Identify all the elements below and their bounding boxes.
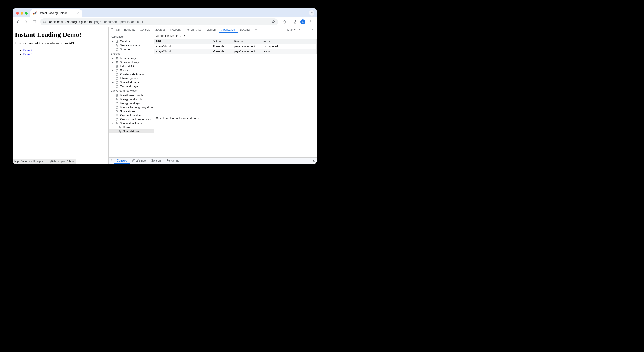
svg-point-23 [117, 70, 117, 70]
back-button[interactable] [14, 18, 22, 25]
drawer-tab-console[interactable]: Console [114, 158, 130, 164]
labs-button[interactable] [292, 18, 299, 25]
extensions-button[interactable] [281, 18, 288, 25]
bookmark-star-button[interactable] [271, 20, 275, 24]
sidebar-item-back-forward-cache[interactable]: ▶Back/forward cache [108, 93, 154, 97]
devtools-tab-sources[interactable]: Sources [153, 27, 168, 33]
devtools-tab-security[interactable]: Security [238, 27, 252, 33]
sidebar-item-speculations[interactable]: Speculations [108, 129, 154, 133]
drawer-menu-button[interactable] [108, 158, 114, 164]
drawer-tab-rendering[interactable]: Rendering [164, 158, 182, 164]
drawer-tab-sensors[interactable]: Sensors [149, 158, 164, 164]
devtools-tab-application[interactable]: Application [219, 27, 237, 33]
clock-icon [115, 118, 118, 121]
svg-point-14 [306, 30, 306, 31]
close-window-button[interactable] [16, 12, 19, 15]
sidebar-item-label: Service workers [120, 44, 140, 47]
speculations-table-wrap: URL Action Rule set Status /page3.htmlPr… [154, 39, 317, 157]
devtools-more-tabs-button[interactable] [252, 27, 258, 33]
disclosure-triangle-icon: ▶ [112, 57, 114, 59]
devtools-close-button[interactable] [310, 28, 315, 31]
speculations-filter-select[interactable]: All speculative loa… ▾ [156, 34, 185, 37]
card-icon [115, 114, 118, 117]
sidebar-item-periodic-background-sync[interactable]: ▶Periodic background sync [108, 117, 154, 121]
grid-icon [115, 57, 118, 60]
site-info-button[interactable] [43, 20, 47, 23]
sidebar-item-cookies[interactable]: ▶Cookies [108, 68, 154, 72]
sidebar-item-label: Manifest [120, 40, 130, 43]
sidebar-item-label: Notifications [120, 110, 135, 113]
sidebar-item-session-storage[interactable]: ▶Session storage [108, 60, 154, 64]
page-link-3[interactable]: Page 3 [23, 52, 32, 56]
profile-button[interactable]: B [299, 18, 306, 25]
maximize-window-button[interactable] [25, 12, 28, 15]
sidebar-item-label: Local storage [120, 57, 137, 60]
sidebar-item-label: Speculations [123, 130, 139, 133]
tab-close-button[interactable]: ✕ [76, 11, 79, 15]
svg-point-29 [116, 94, 118, 95]
content-area: Instant Loading Demo! This is a demo of … [12, 27, 317, 164]
sidebar-item-label: Cache storage [120, 85, 138, 88]
sidebar-item-label: Shared storage [120, 81, 139, 84]
new-tab-button[interactable]: + [83, 10, 89, 16]
bell-icon [115, 110, 118, 113]
device-toolbar-button[interactable] [115, 27, 121, 33]
db-icon [115, 77, 118, 80]
sidebar-item-manifest[interactable]: ▶Manifest [108, 39, 154, 43]
tab-overflow-button[interactable] [309, 10, 314, 16]
devtools-target-label[interactable]: Main ▾ [286, 28, 296, 31]
db-icon [115, 73, 118, 76]
column-header-url[interactable]: URL [154, 39, 211, 44]
db-icon [115, 94, 118, 97]
sidebar-item-shared-storage[interactable]: ▶Shared storage [108, 80, 154, 84]
table-row[interactable]: /page2.htmlPrerenderpage1-document-…Read… [154, 49, 317, 54]
column-header-action[interactable]: Action [211, 39, 232, 44]
devtools-settings-button[interactable] [297, 28, 303, 32]
sidebar-item-notifications[interactable]: ▶Notifications [108, 109, 154, 113]
sidebar-item-payment-handler[interactable]: ▶Payment handler [108, 113, 154, 117]
sidebar-item-cache-storage[interactable]: ▶Cache storage [108, 84, 154, 88]
reload-button[interactable] [30, 18, 38, 25]
devtools-tab-performance[interactable]: Performance [183, 27, 204, 33]
tab-favicon: 🚀 [33, 11, 37, 15]
address-bar[interactable]: open-chalk-asparagus.glitch.me/page1-doc… [40, 18, 278, 25]
devtools-tab-elements[interactable]: Elements [121, 27, 138, 33]
devtools-menu-button[interactable] [303, 28, 309, 31]
page-paragraph: This is a demo of the Speculation Rules … [15, 41, 106, 45]
minimize-window-button[interactable] [20, 12, 23, 15]
svg-rect-2 [43, 22, 44, 22]
svg-point-11 [300, 29, 300, 30]
forward-button[interactable] [22, 18, 30, 25]
status-bar: https://open-chalk-asparagus.glitch.me/p… [12, 159, 76, 164]
cell-status: Not triggered [260, 44, 316, 49]
table-row[interactable]: /page3.htmlPrerenderpage1-document-…Not … [154, 44, 317, 49]
inspect-element-button[interactable] [110, 27, 115, 33]
sidebar-item-speculative-loads[interactable]: ▼Speculative loads [108, 121, 154, 125]
chrome-menu-button[interactable] [307, 18, 314, 25]
sidebar-item-background-sync[interactable]: ▶Background sync [108, 101, 154, 105]
sidebar-item-background-fetch[interactable]: ▶Background fetch [108, 97, 154, 101]
sidebar-item-indexeddb[interactable]: ▶IndexedDB [108, 64, 154, 68]
svg-point-24 [116, 71, 117, 71]
sidebar-item-storage[interactable]: ▶Storage [108, 47, 154, 51]
devtools-tab-network[interactable]: Network [168, 27, 183, 33]
sidebar-item-private-state-tokens[interactable]: ▶Private state tokens [108, 72, 154, 76]
updown-icon [118, 130, 122, 133]
sidebar-item-interest-groups[interactable]: ▶Interest groups [108, 76, 154, 80]
drawer-close-button[interactable] [311, 158, 317, 164]
column-header-ruleset[interactable]: Rule set [232, 39, 260, 44]
sidebar-item-label: Speculative loads [120, 122, 142, 125]
page-link-2[interactable]: Page 2 [23, 48, 32, 52]
sidebar-item-bounce-tracking-mitigation[interactable]: ▶Bounce tracking mitigation [108, 105, 154, 109]
devtools-tab-console[interactable]: Console [138, 27, 153, 33]
column-header-status[interactable]: Status [260, 39, 316, 44]
svg-point-21 [116, 69, 118, 71]
sidebar-item-service-workers[interactable]: ▶Service workers [108, 43, 154, 47]
drawer-tab-what-s-new[interactable]: What's new [130, 158, 149, 164]
svg-point-20 [116, 65, 118, 66]
sidebar-item-rules[interactable]: Rules [108, 125, 154, 129]
sidebar-item-local-storage[interactable]: ▶Local storage [108, 56, 154, 60]
filter-label: All speculative loa… [156, 34, 181, 37]
devtools-tab-memory[interactable]: Memory [204, 27, 219, 33]
browser-tab[interactable]: 🚀 Instant Loading Demo! ✕ [30, 9, 82, 17]
